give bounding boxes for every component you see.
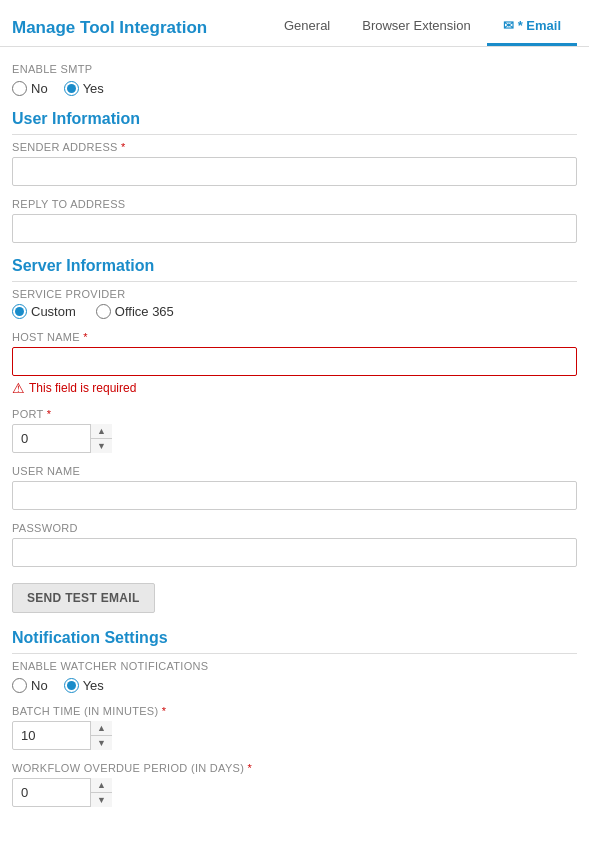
server-information-title: Server Information [12,257,577,282]
batch-time-label: BATCH TIME (IN MINUTES) * [12,705,577,717]
batch-time-group: BATCH TIME (IN MINUTES) * ▲ ▼ [12,705,577,750]
tab-general[interactable]: General [268,10,346,46]
user-name-group: USER NAME [12,465,577,510]
notification-settings-title: Notification Settings [12,629,577,654]
password-group: PASSWORD [12,522,577,567]
custom-option[interactable]: Custom [12,304,76,319]
watcher-yes-radio[interactable] [64,678,79,693]
content: ENABLE SMTP No Yes User Information SEND… [0,47,589,835]
service-provider-group: SERVICE PROVIDER Custom Office 365 [12,288,577,319]
user-information-title: User Information [12,110,577,135]
enable-smtp-label: ENABLE SMTP [12,63,577,75]
reply-to-input[interactable] [12,214,577,243]
smtp-no-option[interactable]: No [12,81,48,96]
custom-radio[interactable] [12,304,27,319]
watcher-radio-group: No Yes [12,678,577,693]
workflow-overdue-required: * [248,762,253,774]
office365-option[interactable]: Office 365 [96,304,174,319]
smtp-yes-radio[interactable] [64,81,79,96]
header: Manage Tool Integration General Browser … [0,0,589,47]
workflow-overdue-input-wrapper: ▲ ▼ [12,778,112,807]
watcher-yes-option[interactable]: Yes [64,678,104,693]
port-increment[interactable]: ▲ [91,424,112,439]
enable-watcher-group: ENABLE WATCHER NOTIFICATIONS No Yes [12,660,577,693]
port-decrement[interactable]: ▼ [91,439,112,453]
email-icon: ✉ [503,18,514,33]
host-name-required: * [83,331,88,343]
password-label: PASSWORD [12,522,577,534]
host-name-label: HOST NAME * [12,331,577,343]
user-name-label: USER NAME [12,465,577,477]
batch-time-input-wrapper: ▲ ▼ [12,721,112,750]
watcher-no-radio[interactable] [12,678,27,693]
workflow-overdue-spinners: ▲ ▼ [90,778,112,807]
workflow-overdue-label: WORKFLOW OVERDUE PERIOD (IN DAYS) * [12,762,577,774]
nav-tabs: General Browser Extension ✉* Email [268,10,577,46]
port-group: PORT * ▲ ▼ [12,408,577,453]
workflow-overdue-increment[interactable]: ▲ [91,778,112,793]
batch-time-spinners: ▲ ▼ [90,721,112,750]
port-spinners: ▲ ▼ [90,424,112,453]
host-name-input[interactable] [12,347,577,376]
reply-to-label: REPLY TO ADDRESS [12,198,577,210]
user-name-input[interactable] [12,481,577,510]
enable-watcher-label: ENABLE WATCHER NOTIFICATIONS [12,660,577,672]
batch-time-decrement[interactable]: ▼ [91,736,112,750]
sender-address-label: SENDER ADDRESS * [12,141,577,153]
tab-browser-extension[interactable]: Browser Extension [346,10,486,46]
workflow-overdue-decrement[interactable]: ▼ [91,793,112,807]
office365-radio[interactable] [96,304,111,319]
smtp-radio-group: No Yes [12,81,577,96]
port-required: * [47,408,52,420]
host-name-group: HOST NAME * ⚠ This field is required [12,331,577,396]
page-title: Manage Tool Integration [12,18,268,38]
port-label: PORT * [12,408,577,420]
host-name-error: ⚠ This field is required [12,380,577,396]
sender-address-required: * [121,141,126,153]
service-provider-radios: Custom Office 365 [12,304,577,319]
send-test-email-button[interactable]: SEND TEST EMAIL [12,583,155,613]
workflow-overdue-group: WORKFLOW OVERDUE PERIOD (IN DAYS) * ▲ ▼ [12,762,577,807]
error-icon: ⚠ [12,380,25,396]
sender-address-group: SENDER ADDRESS * [12,141,577,186]
enable-smtp-group: ENABLE SMTP No Yes [12,63,577,96]
batch-time-increment[interactable]: ▲ [91,721,112,736]
smtp-no-radio[interactable] [12,81,27,96]
password-input[interactable] [12,538,577,567]
watcher-no-option[interactable]: No [12,678,48,693]
smtp-yes-option[interactable]: Yes [64,81,104,96]
batch-time-required: * [162,705,167,717]
sender-address-input[interactable] [12,157,577,186]
tab-email[interactable]: ✉* Email [487,10,577,46]
reply-to-address-group: REPLY TO ADDRESS [12,198,577,243]
port-input-wrapper: ▲ ▼ [12,424,112,453]
service-provider-label: SERVICE PROVIDER [12,288,577,300]
